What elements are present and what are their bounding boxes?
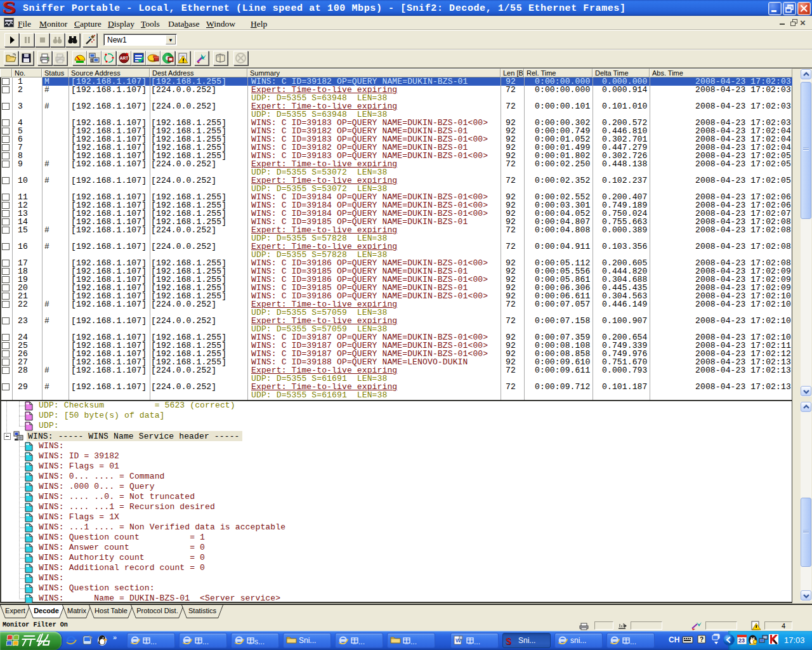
svg-text:?: ? [700, 636, 704, 643]
svg-text:ART: ART [119, 56, 128, 60]
svg-text:23: 23 [738, 637, 745, 644]
